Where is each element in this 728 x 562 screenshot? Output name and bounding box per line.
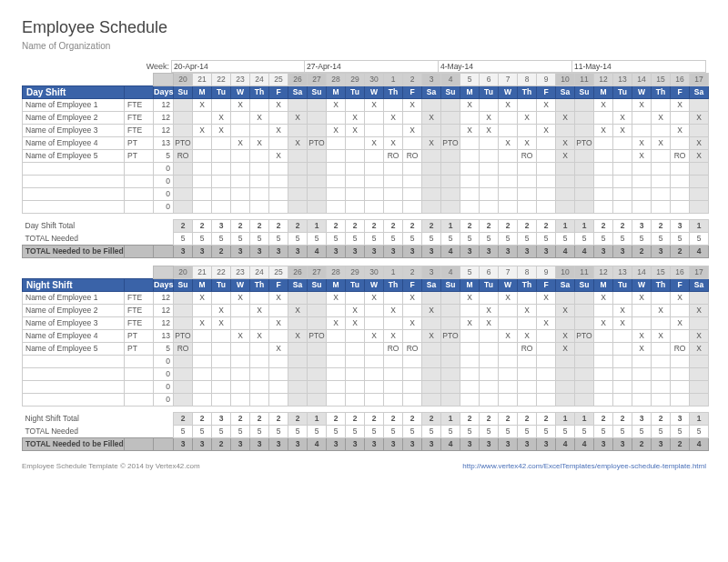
schedule-cell[interactable] (327, 368, 346, 381)
schedule-cell[interactable] (250, 381, 269, 394)
schedule-cell[interactable] (460, 112, 480, 125)
schedule-cell[interactable]: X (632, 150, 652, 163)
schedule-cell[interactable] (460, 368, 480, 381)
schedule-cell[interactable] (231, 201, 250, 214)
schedule-cell[interactable]: X (556, 305, 575, 317)
schedule-cell[interactable] (269, 137, 288, 150)
schedule-cell[interactable] (613, 137, 632, 150)
schedule-cell[interactable] (575, 343, 594, 356)
schedule-cell[interactable]: RO (384, 150, 403, 163)
schedule-cell[interactable] (327, 330, 346, 343)
schedule-cell[interactable] (384, 176, 403, 188)
schedule-cell[interactable]: X (288, 137, 308, 150)
schedule-cell[interactable] (690, 368, 709, 381)
schedule-cell[interactable] (365, 305, 384, 317)
schedule-cell[interactable] (193, 137, 212, 150)
employee-type[interactable]: FTE (125, 317, 154, 330)
schedule-cell[interactable] (422, 292, 441, 305)
schedule-cell[interactable] (499, 112, 518, 125)
schedule-cell[interactable]: X (346, 112, 365, 125)
schedule-cell[interactable] (422, 394, 441, 406)
schedule-cell[interactable] (327, 356, 346, 368)
schedule-cell[interactable] (613, 343, 632, 356)
schedule-cell[interactable] (288, 394, 308, 406)
schedule-cell[interactable] (327, 112, 346, 125)
schedule-cell[interactable]: X (212, 305, 231, 317)
schedule-cell[interactable] (250, 292, 269, 305)
schedule-cell[interactable]: X (403, 125, 422, 137)
employee-name[interactable] (23, 188, 125, 201)
schedule-cell[interactable] (212, 163, 231, 176)
schedule-cell[interactable]: RO (174, 343, 193, 356)
schedule-cell[interactable] (365, 381, 384, 394)
schedule-cell[interactable] (537, 305, 556, 317)
schedule-cell[interactable]: X (594, 317, 613, 330)
schedule-cell[interactable]: X (384, 330, 403, 343)
schedule-cell[interactable] (231, 368, 250, 381)
schedule-cell[interactable] (193, 150, 212, 163)
schedule-cell[interactable]: X (250, 137, 269, 150)
employee-name[interactable]: Name of Employee 1 (23, 99, 125, 112)
schedule-cell[interactable]: X (193, 99, 212, 112)
schedule-cell[interactable] (269, 305, 288, 317)
schedule-cell[interactable] (499, 305, 518, 317)
schedule-cell[interactable] (575, 317, 594, 330)
schedule-cell[interactable] (193, 112, 212, 125)
schedule-cell[interactable]: X (231, 330, 250, 343)
schedule-cell[interactable]: X (269, 343, 288, 356)
schedule-cell[interactable] (556, 125, 575, 137)
schedule-cell[interactable] (613, 150, 632, 163)
schedule-cell[interactable] (365, 343, 384, 356)
schedule-cell[interactable] (518, 201, 537, 214)
employee-type[interactable] (125, 176, 154, 188)
schedule-cell[interactable] (212, 292, 231, 305)
schedule-cell[interactable] (537, 343, 556, 356)
schedule-cell[interactable] (250, 343, 269, 356)
schedule-cell[interactable] (346, 330, 365, 343)
schedule-cell[interactable]: X (690, 150, 709, 163)
schedule-cell[interactable] (269, 201, 288, 214)
schedule-cell[interactable] (480, 137, 499, 150)
schedule-cell[interactable] (671, 176, 690, 188)
schedule-cell[interactable]: X (537, 317, 556, 330)
schedule-cell[interactable]: X (193, 125, 212, 137)
schedule-cell[interactable] (288, 317, 308, 330)
schedule-cell[interactable]: X (288, 305, 308, 317)
schedule-cell[interactable]: X (403, 292, 422, 305)
employee-name[interactable]: Name of Employee 5 (23, 343, 125, 356)
schedule-cell[interactable] (346, 99, 365, 112)
schedule-cell[interactable] (308, 356, 327, 368)
schedule-cell[interactable]: X (212, 112, 231, 125)
schedule-cell[interactable]: X (365, 137, 384, 150)
schedule-cell[interactable] (575, 188, 594, 201)
schedule-cell[interactable] (480, 368, 499, 381)
schedule-cell[interactable] (422, 201, 441, 214)
schedule-cell[interactable] (403, 176, 422, 188)
schedule-cell[interactable]: RO (403, 343, 422, 356)
schedule-cell[interactable] (403, 188, 422, 201)
schedule-cell[interactable] (231, 381, 250, 394)
schedule-cell[interactable]: RO (671, 150, 690, 163)
schedule-cell[interactable] (499, 150, 518, 163)
schedule-cell[interactable]: X (212, 125, 231, 137)
schedule-cell[interactable] (499, 356, 518, 368)
schedule-cell[interactable] (594, 343, 613, 356)
schedule-cell[interactable]: PTO (308, 137, 327, 150)
schedule-cell[interactable] (212, 188, 231, 201)
schedule-cell[interactable] (174, 317, 193, 330)
schedule-cell[interactable] (613, 201, 632, 214)
schedule-cell[interactable] (613, 188, 632, 201)
employee-name[interactable] (23, 201, 125, 214)
schedule-cell[interactable] (288, 163, 308, 176)
schedule-cell[interactable]: X (499, 330, 518, 343)
schedule-cell[interactable] (594, 394, 613, 406)
schedule-cell[interactable] (690, 201, 709, 214)
schedule-cell[interactable] (499, 394, 518, 406)
schedule-cell[interactable]: X (384, 137, 403, 150)
schedule-cell[interactable] (613, 394, 632, 406)
schedule-cell[interactable] (365, 394, 384, 406)
schedule-cell[interactable] (652, 394, 671, 406)
employee-name[interactable]: Name of Employee 2 (23, 112, 125, 125)
schedule-cell[interactable] (575, 99, 594, 112)
schedule-cell[interactable] (403, 394, 422, 406)
